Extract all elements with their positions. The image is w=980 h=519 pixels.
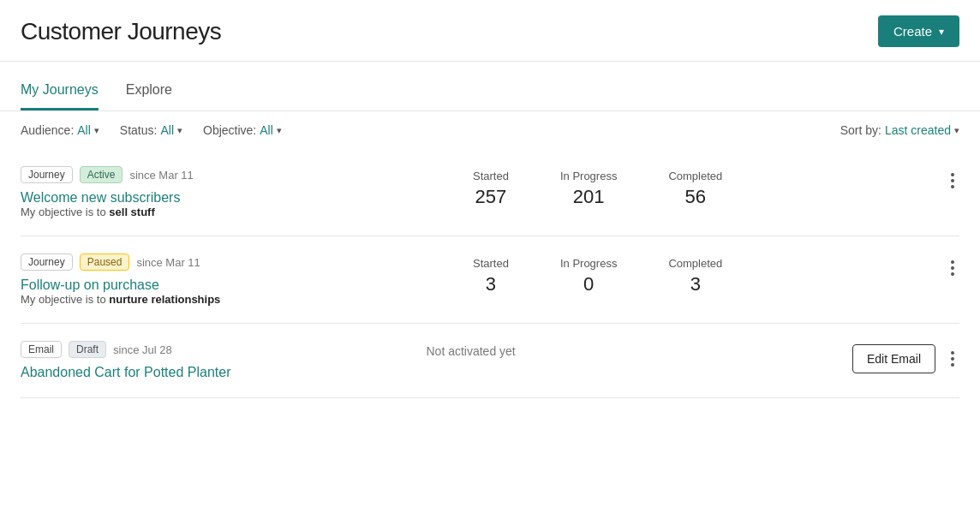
more-options-button[interactable] <box>946 170 959 192</box>
in-progress-label: In Progress <box>560 170 617 182</box>
journey-stats-area: Started 3 In Progress 0 Completed 3 <box>473 254 925 295</box>
journey-name-link[interactable]: Follow-up on purchase <box>21 277 159 292</box>
journey-stats-area: Started 257 In Progress 201 Completed 56 <box>473 166 925 208</box>
audience-filter[interactable]: Audience: All ▾ <box>21 123 99 137</box>
journey-tags: Journey Active since Mar 11 <box>21 166 473 183</box>
dot-icon <box>951 185 954 188</box>
stat-started: Started 257 <box>473 170 509 208</box>
completed-value: 3 <box>668 273 722 295</box>
stat-completed: Completed 3 <box>668 257 722 295</box>
journey-stats: Started 3 In Progress 0 Completed 3 <box>473 254 722 295</box>
dot-icon <box>951 173 954 176</box>
journey-objective: My objective is to nurture relationships <box>21 293 473 306</box>
status-filter-label: Status: <box>120 123 158 137</box>
journey-status-tag: Paused <box>80 254 130 271</box>
journey-actions <box>946 166 959 192</box>
started-value: 257 <box>473 186 509 208</box>
completed-label: Completed <box>668 257 722 270</box>
objective-filter[interactable]: Objective: All ▾ <box>203 123 282 137</box>
journey-tags: Email Draft since Jul 28 <box>21 341 426 358</box>
sort-value: Last created <box>885 123 951 137</box>
in-progress-value: 201 <box>560 186 617 208</box>
journey-left-col: Journey Paused since Mar 11 Follow-up on… <box>21 254 473 306</box>
journey-type-tag: Journey <box>21 254 73 271</box>
stat-in-progress: In Progress 0 <box>560 257 617 295</box>
create-label: Create <box>893 24 932 39</box>
objective-filter-label: Objective: <box>203 123 256 137</box>
audience-filter-value: All <box>77 123 91 137</box>
objective-chevron-icon: ▾ <box>277 125 282 136</box>
tab-explore[interactable]: Explore <box>126 69 172 110</box>
objective-prefix: My objective is to <box>21 206 109 218</box>
sort-control[interactable]: Sort by: Last created ▾ <box>840 123 959 137</box>
tab-my-journeys[interactable]: My Journeys <box>21 69 99 110</box>
journey-left-col: Email Draft since Jul 28 Abandoned Cart … <box>21 341 426 380</box>
status-chevron-icon: ▾ <box>177 125 182 136</box>
dot-icon <box>951 266 954 270</box>
tabs-nav: My Journeys Explore <box>0 69 980 111</box>
journey-type-tag: Journey <box>21 166 73 183</box>
journey-status-tag: Draft <box>69 341 106 358</box>
create-chevron-icon: ▾ <box>939 26 944 38</box>
in-progress-value: 0 <box>560 273 617 295</box>
journey-list: Journey Active since Mar 11 Welcome new … <box>0 149 980 398</box>
journey-objective: My objective is to sell stuff <box>21 206 473 218</box>
page-header: Customer Journeys Create ▾ <box>0 0 980 62</box>
objective-bold: nurture relationships <box>109 293 220 306</box>
journey-actions: Edit Email <box>852 341 959 373</box>
audience-filter-label: Audience: <box>21 123 74 137</box>
journey-tags: Journey Paused since Mar 11 <box>21 254 473 271</box>
journey-status-tag: Active <box>80 166 123 183</box>
stat-in-progress: In Progress 201 <box>560 170 617 208</box>
status-filter[interactable]: Status: All ▾ <box>120 123 182 137</box>
not-activated-text: Not activated yet <box>426 341 831 358</box>
sort-label: Sort by: <box>840 123 881 137</box>
stat-started: Started 3 <box>473 257 509 295</box>
started-label: Started <box>473 170 509 182</box>
completed-label: Completed <box>668 170 722 182</box>
status-filter-value: All <box>160 123 174 137</box>
in-progress-label: In Progress <box>560 257 617 270</box>
filters-row: Audience: All ▾ Status: All ▾ Objective:… <box>0 111 980 149</box>
journey-left-col: Journey Active since Mar 11 Welcome new … <box>21 166 473 218</box>
more-options-button[interactable] <box>946 257 959 279</box>
objective-filter-value: All <box>260 123 273 137</box>
journey-name-link[interactable]: Welcome new subscribers <box>21 190 180 205</box>
dot-icon <box>951 363 954 367</box>
dot-icon <box>951 351 954 355</box>
journey-type-tag: Email <box>21 341 62 358</box>
sort-chevron-icon: ▾ <box>954 125 959 136</box>
dot-icon <box>951 357 954 361</box>
journey-item: Email Draft since Jul 28 Abandoned Cart … <box>21 324 959 398</box>
journey-item: Journey Paused since Mar 11 Follow-up on… <box>21 236 959 324</box>
completed-value: 56 <box>668 186 722 208</box>
journey-stats-area: Not activated yet <box>426 341 831 358</box>
journey-since: since Mar 11 <box>136 256 200 269</box>
dot-icon <box>951 179 954 182</box>
objective-prefix: My objective is to <box>21 293 109 306</box>
page-title: Customer Journeys <box>21 18 221 45</box>
more-options-button[interactable] <box>946 348 959 370</box>
audience-chevron-icon: ▾ <box>94 125 99 136</box>
dot-icon <box>951 260 954 264</box>
journey-since: since Jul 28 <box>113 343 172 356</box>
journey-stats: Started 257 In Progress 201 Completed 56 <box>473 166 722 208</box>
started-label: Started <box>473 257 509 270</box>
create-button[interactable]: Create ▾ <box>878 15 959 47</box>
journey-item: Journey Active since Mar 11 Welcome new … <box>21 149 959 236</box>
journey-since: since Mar 11 <box>129 169 193 182</box>
journey-actions <box>946 254 959 279</box>
stat-completed: Completed 56 <box>668 170 722 208</box>
started-value: 3 <box>473 273 509 295</box>
edit-email-button[interactable]: Edit Email <box>852 344 935 373</box>
journey-name-link[interactable]: Abandoned Cart for Potted Planter <box>21 365 231 379</box>
dot-icon <box>951 272 954 276</box>
objective-bold: sell stuff <box>109 206 154 218</box>
